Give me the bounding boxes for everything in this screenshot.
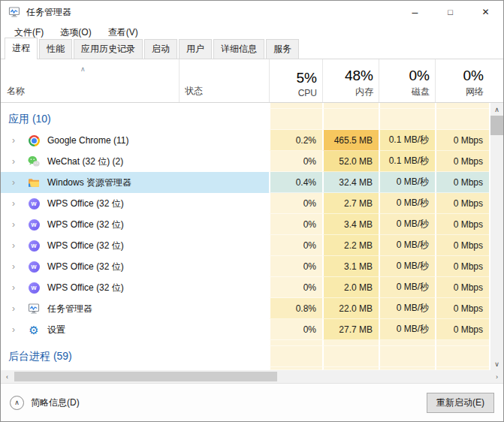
metric-value: 0% xyxy=(409,68,430,84)
cpu-cell: 0% xyxy=(269,256,322,277)
title-bar: 任务管理器 – □ ✕ xyxy=(1,1,503,23)
process-name: 设置 xyxy=(47,324,65,336)
wps-icon: w xyxy=(28,219,40,231)
network-cell xyxy=(435,109,489,130)
tab-5[interactable]: 详细信息 xyxy=(213,39,264,59)
cpu-cell: 0.2% xyxy=(269,130,322,151)
column-metric-内存[interactable]: 48% 内存 xyxy=(322,59,379,102)
memory-cell: 52.0 MB xyxy=(322,151,379,172)
process-row[interactable]: ›⚙设置0%27.7 MB0 MB/秒0 Mbps xyxy=(1,319,489,340)
process-row[interactable]: ›wWPS Office (32 位)0%2.0 MB0 MB/秒0 Mbps xyxy=(1,277,489,298)
sort-caret-icon: ∧ xyxy=(80,65,86,73)
memory-cell: 27.7 MB xyxy=(322,319,379,340)
column-metric-网络[interactable]: 0% 网络 xyxy=(435,59,489,102)
process-name: WPS Office (32 位) xyxy=(47,240,124,252)
vertical-scrollbar[interactable]: ∧ ∨ xyxy=(490,103,503,370)
restart-button[interactable]: 重新启动(E) xyxy=(427,393,494,413)
process-row[interactable]: ›wWPS Office (32 位)0%3.1 MB0 MB/秒0 Mbps xyxy=(1,256,489,277)
window-controls: – □ ✕ xyxy=(397,1,503,23)
process-row[interactable]: ›Google Chrome (11)0.2%465.5 MB0.1 MB/秒0… xyxy=(1,130,489,151)
cpu-cell: 0% xyxy=(269,151,322,172)
network-cell: 0 Mbps xyxy=(435,319,489,340)
column-metric-CPU[interactable]: 5% CPU xyxy=(269,59,322,102)
scroll-left-icon[interactable]: ‹ xyxy=(1,370,14,383)
column-status[interactable]: 状态 xyxy=(179,59,269,102)
tab-3[interactable]: 启动 xyxy=(144,39,177,59)
vertical-scroll-thumb[interactable] xyxy=(490,116,503,135)
process-row[interactable]: ›任务管理器0.8%22.0 MB0 MB/秒0 Mbps xyxy=(1,298,489,319)
section-header-row[interactable]: 应用 (10) xyxy=(1,109,489,130)
scroll-down-icon[interactable]: ∨ xyxy=(490,357,503,370)
cpu-cell xyxy=(269,340,322,346)
expand-chevron-icon[interactable]: › xyxy=(8,198,19,209)
cpu-cell: 0% xyxy=(269,277,322,298)
scroll-up-icon[interactable]: ∧ xyxy=(490,103,503,116)
tab-1[interactable]: 性能 xyxy=(39,39,72,59)
tab-2[interactable]: 应用历史记录 xyxy=(74,39,143,59)
memory-cell xyxy=(322,346,379,367)
cpu-cell: 0% xyxy=(269,235,322,256)
wps-icon: w xyxy=(28,197,40,209)
metric-label: CPU xyxy=(298,88,317,98)
memory-cell: 2.2 MB xyxy=(322,235,379,256)
expand-chevron-icon[interactable]: › xyxy=(8,261,19,272)
horizontal-scroll-thumb[interactable] xyxy=(14,372,277,381)
memory-cell: 3.1 MB xyxy=(322,256,379,277)
network-cell: 0 Mbps xyxy=(435,151,489,172)
process-row[interactable]: ›wWPS Office (32 位)0%3.4 MB0 MB/秒0 Mbps xyxy=(1,214,489,235)
cpu-cell: 0% xyxy=(269,214,322,235)
window-title: 任务管理器 xyxy=(26,6,71,19)
process-row[interactable]: ›WeChat (32 位) (2)0%52.0 MB0.1 MB/秒0 Mbp… xyxy=(1,151,489,172)
metric-value: 48% xyxy=(345,68,373,84)
status-cell xyxy=(179,235,269,256)
section-header-row[interactable]: 后台进程 (59) xyxy=(1,346,489,367)
disk-cell xyxy=(379,340,435,346)
expand-chevron-icon[interactable]: › xyxy=(8,324,19,335)
footer-bar: ∧ 简略信息(D) 重新启动(E) xyxy=(1,383,503,421)
horizontal-scrollbar[interactable]: ‹ › xyxy=(1,370,503,383)
minimize-button[interactable]: – xyxy=(397,1,433,23)
memory-cell: 2.7 MB xyxy=(322,193,379,214)
expand-chevron-icon[interactable]: › xyxy=(8,177,19,188)
task-manager-app-icon xyxy=(8,6,20,18)
disk-cell xyxy=(379,109,435,130)
expand-chevron-icon[interactable]: › xyxy=(8,303,19,314)
expand-chevron-icon[interactable]: › xyxy=(8,219,19,230)
filler-row xyxy=(1,340,489,346)
maximize-button[interactable]: □ xyxy=(433,1,468,23)
expand-chevron-icon[interactable]: › xyxy=(8,240,19,251)
wechat-icon xyxy=(28,155,40,167)
network-cell: 0 Mbps xyxy=(435,193,489,214)
tab-strip: 进程性能应用历史记录启动用户详细信息服务 xyxy=(1,41,503,59)
taskmanager-icon xyxy=(28,303,40,315)
disk-cell: 0.1 MB/秒 xyxy=(379,130,435,151)
section-header-label: 后台进程 (59) xyxy=(1,350,72,363)
process-row[interactable]: ›Windows 资源管理器0.4%32.4 MB0 MB/秒0 Mbps xyxy=(1,172,489,193)
column-name[interactable]: 名称 xyxy=(1,59,179,102)
process-row[interactable]: ›wWPS Office (32 位)0%2.7 MB0 MB/秒0 Mbps xyxy=(1,193,489,214)
metric-label: 内存 xyxy=(355,86,373,98)
expand-chevron-icon[interactable]: › xyxy=(8,156,19,167)
column-metric-磁盘[interactable]: 0% 磁盘 xyxy=(379,59,435,102)
cpu-cell xyxy=(269,346,322,367)
scroll-right-icon[interactable]: › xyxy=(490,370,503,383)
tab-0[interactable]: 进程 xyxy=(5,38,38,59)
status-cell xyxy=(179,256,269,277)
disk-cell: 0 MB/秒 xyxy=(379,193,435,214)
status-cell xyxy=(179,214,269,235)
settings-gear-icon: ⚙ xyxy=(28,324,40,336)
tab-4[interactable]: 用户 xyxy=(179,39,212,59)
expand-chevron-icon[interactable]: › xyxy=(8,282,19,293)
process-name: WPS Office (32 位) xyxy=(47,261,124,273)
disk-cell xyxy=(379,103,435,109)
process-row[interactable]: ›wWPS Office (32 位)0%2.2 MB0 MB/秒0 Mbps xyxy=(1,235,489,256)
metric-label: 网络 xyxy=(466,86,484,98)
tab-6[interactable]: 服务 xyxy=(266,39,299,59)
process-name: 任务管理器 xyxy=(47,303,92,315)
memory-cell: 2.0 MB xyxy=(322,277,379,298)
expand-chevron-icon[interactable]: › xyxy=(8,135,19,146)
status-cell xyxy=(179,319,269,340)
section-header-label: 应用 (10) xyxy=(1,113,51,126)
close-button[interactable]: ✕ xyxy=(468,1,503,23)
fewer-details-toggle[interactable]: ∧ 简略信息(D) xyxy=(10,396,80,410)
